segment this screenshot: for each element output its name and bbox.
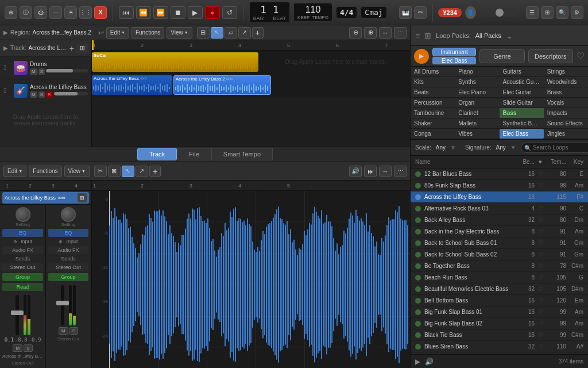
loop-item-4[interactable]: Back Alley Bass 32 ♡ 80 Dm — [411, 214, 588, 226]
record-btn-2[interactable]: R — [46, 91, 53, 98]
more-btn[interactable]: ⋯ — [394, 27, 407, 39]
tab-smart-tempo[interactable]: Smart Tempo — [211, 148, 273, 160]
minimize-btn[interactable]: — — [49, 6, 62, 19]
loop-heart-10[interactable]: ♡ — [535, 286, 546, 292]
loop-item-15[interactable]: Blues Siren Bass 32 ♡ 110 A# — [411, 341, 588, 352]
instrument-cell-13[interactable]: Organ — [455, 98, 499, 108]
loop-item-5[interactable]: Back in the Day Electric Bass 8 ♡ 91 Am — [411, 226, 588, 237]
instrument-cell-27[interactable]: Jingles — [544, 129, 588, 139]
loop-item-9[interactable]: Beach Run Bass 8 ♡ 105 G — [411, 272, 588, 283]
solo-btn-1[interactable]: S — [38, 68, 45, 75]
grid-tool[interactable]: ⊞ — [197, 27, 210, 39]
instrument-cell-12[interactable]: Percussion — [411, 98, 455, 108]
bottom-view-btn[interactable]: View ▼ — [64, 166, 90, 177]
add-track-btn[interactable]: + — [69, 44, 74, 53]
track-options-btn[interactable]: ⊞ — [76, 44, 88, 53]
pencil-btn[interactable]: ✏ — [414, 6, 427, 19]
signature-value[interactable]: Any — [496, 144, 506, 151]
info-btn[interactable]: ⓘ — [20, 6, 32, 19]
bottom-tool-1[interactable]: ✂ — [94, 166, 107, 177]
instrument-cell-26[interactable]: Elec Bass — [500, 129, 544, 139]
instrument-cell-14[interactable]: Slide Guitar — [500, 98, 544, 108]
instrument-cell-17[interactable]: Clarinet — [455, 108, 499, 118]
track-collapse-arrow[interactable]: ▶ — [3, 45, 8, 51]
vol-slider-2[interactable] — [54, 92, 88, 95]
instrument-cell-25[interactable]: Vibes — [455, 129, 499, 139]
loop-play-btn[interactable]: ▶ — [414, 49, 429, 64]
region-back-arrow[interactable]: ↩ — [98, 29, 104, 37]
fast-forward-btn[interactable]: ⏩ — [153, 6, 168, 19]
mute-ch-btn-2[interactable]: M — [59, 327, 68, 335]
piano-btn[interactable]: 🎹 — [399, 6, 412, 19]
play-btn[interactable]: ▶ — [188, 6, 203, 19]
tab-track[interactable]: Track — [137, 148, 177, 160]
bottom-add-btn[interactable]: + — [149, 166, 161, 177]
setting-knob-dial-2[interactable] — [61, 207, 76, 222]
loop-item-7[interactable]: Back to School Sub Bass 02 8 ♡ 91 Gm — [411, 249, 588, 260]
instrument-cell-16[interactable]: Tambourine — [411, 108, 455, 118]
eq-label-1[interactable]: EQ — [2, 229, 43, 237]
loop-heart-14[interactable]: ♡ — [535, 332, 546, 338]
instrument-cell-18[interactable]: Bass — [500, 108, 544, 118]
loop-item-1[interactable]: 80s Funk Slap Bass 16 ♡ 99 Am — [411, 180, 588, 191]
instrument-cell-11[interactable]: Brass — [544, 87, 588, 98]
loop-heart-3[interactable]: ♡ — [535, 205, 546, 212]
audio-fx-label-1[interactable]: Audio FX — [2, 246, 43, 254]
loop-heart-6[interactable]: ♡ — [535, 240, 546, 246]
bottom-clip-expand-btn[interactable]: ⊞ — [78, 193, 87, 202]
loop-item-11[interactable]: Bell Bottom Bass 16 ♡ 120 Em — [411, 295, 588, 306]
functions-menu-btn[interactable]: Functions — [131, 27, 164, 39]
mute-btn-2[interactable]: M — [30, 91, 37, 98]
loop-item-6[interactable]: Back to School Sub Bass 01 8 ♡ 91 Gm — [411, 237, 588, 249]
bottom-tool-3[interactable]: ↖ — [122, 166, 134, 177]
stereo-out-label-1[interactable]: Stereo Out — [2, 263, 43, 271]
dots-btn[interactable]: ⋮⋮ — [79, 6, 92, 19]
group-label-1[interactable]: Group — [2, 273, 43, 281]
view-menu-btn[interactable]: View ▼ — [167, 27, 192, 39]
settings-btn[interactable]: ⚙ — [571, 6, 583, 19]
grid-btn[interactable]: ⊞ — [541, 6, 554, 19]
add-btn[interactable]: + — [252, 27, 264, 39]
stereo-out-label-2[interactable]: Stereo Out — [48, 263, 88, 271]
footer-speaker-icon[interactable]: 🔊 — [425, 358, 434, 366]
solo-ch-btn-2[interactable]: S — [69, 327, 78, 335]
bottom-tool-2[interactable]: ⊠ — [108, 166, 121, 177]
instrument-btn-inner[interactable]: Instrument — [432, 48, 476, 56]
loop-heart-0[interactable]: ♡ — [535, 171, 546, 177]
signature-arrow[interactable]: ▼ — [510, 144, 516, 151]
loop-heart-13[interactable]: ♡ — [535, 320, 546, 327]
loop-heart-2[interactable]: ♡ — [535, 194, 546, 200]
loop-heart-9[interactable]: ♡ — [535, 274, 546, 281]
loop-back-btn[interactable]: ≡ — [415, 31, 420, 40]
solo-btn-2[interactable]: S — [38, 91, 45, 98]
loop-item-3[interactable]: Alternative Rock Bass 03 4 ♡ 90 C — [411, 203, 588, 214]
loop-heart-5[interactable]: ♡ — [535, 228, 546, 235]
footer-play-icon[interactable]: ▶ — [415, 358, 420, 366]
instrument-cell-20[interactable]: Shaker — [411, 118, 455, 129]
loop-heart-8[interactable]: ♡ — [535, 263, 546, 269]
bottom-more-btn[interactable]: ⋯ — [394, 166, 407, 177]
fader-handle-2[interactable] — [56, 301, 69, 305]
key-display[interactable]: Cmaj — [361, 6, 386, 18]
mute-btn-1[interactable]: M — [30, 68, 37, 75]
loop-heart-12[interactable]: ♡ — [535, 309, 546, 315]
instrument-cell-2[interactable]: Guitars — [500, 67, 544, 77]
instrument-cell-0[interactable]: All Drums — [411, 67, 455, 77]
avatar-btn[interactable]: 👤 — [465, 6, 476, 19]
lcd-btn[interactable]: ⊕ — [5, 6, 17, 19]
setting-knob-dial-1[interactable] — [16, 207, 30, 222]
genre-btn[interactable]: Genre — [479, 49, 524, 63]
instrument-cell-6[interactable]: Acoustic Guitar — [500, 77, 544, 87]
instrument-cell-3[interactable]: Strings — [544, 67, 588, 77]
edit-menu-btn[interactable]: Edit ▼ — [106, 27, 129, 39]
instrument-cell-19[interactable]: Impacts — [544, 108, 588, 118]
instrument-cell-23[interactable]: Sound Effects — [544, 118, 588, 129]
loop-item-0[interactable]: 12 Bar Blues Bass 16 ♡ 80 E — [411, 168, 588, 180]
instrument-cell-10[interactable]: Elec Guitar — [500, 87, 544, 98]
instrument-cell-8[interactable]: Beats — [411, 87, 455, 98]
pointer-tool[interactable]: ↖ — [211, 27, 223, 39]
scale-value[interactable]: Any — [436, 144, 446, 151]
mute-ch-btn-1[interactable]: M — [13, 344, 22, 352]
cursor-tool[interactable]: ↗ — [238, 27, 251, 39]
record-btn[interactable]: ● — [205, 6, 220, 19]
